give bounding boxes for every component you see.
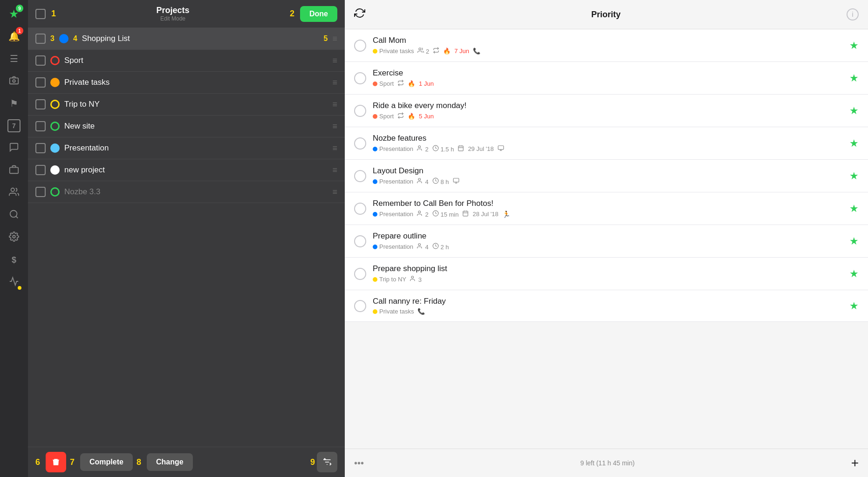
task-star-ride-bike[interactable]: ★ bbox=[849, 105, 859, 117]
task-item-prepare-outline[interactable]: Prepare outline Presentation 4 2 h bbox=[345, 225, 868, 258]
sort-button[interactable] bbox=[317, 452, 337, 472]
task-circle-prepare-outline[interactable] bbox=[354, 235, 366, 247]
refresh-icon[interactable] bbox=[354, 7, 365, 21]
task-star-call-mom[interactable]: ★ bbox=[849, 40, 859, 52]
done-button[interactable]: Done bbox=[300, 6, 337, 22]
drag-handle-private-tasks[interactable]: ≡ bbox=[332, 78, 337, 88]
project-name-new-project: new project bbox=[64, 165, 328, 175]
select-all-checkbox[interactable] bbox=[35, 9, 46, 19]
star-badge: 9 bbox=[16, 5, 23, 12]
delete-button[interactable] bbox=[46, 452, 66, 472]
project-item-sport[interactable]: Sport ≡ bbox=[28, 50, 345, 72]
project-checkbox-nozbe33[interactable] bbox=[35, 187, 46, 197]
task-star-prepare-shopping[interactable]: ★ bbox=[849, 268, 859, 280]
task-item-call-ben[interactable]: Remember to Call Ben for Photos! Present… bbox=[345, 192, 868, 225]
meta-date-call-ben: 28 Jul '18 bbox=[472, 211, 498, 218]
sidebar-item-megaphone[interactable] bbox=[4, 272, 24, 293]
meta-time-nozbe-features: 1.5 h bbox=[432, 145, 454, 153]
task-content-nozbe-features: Nozbe features Presentation 2 1.5 h bbox=[373, 134, 843, 153]
task-circle-call-nanny[interactable] bbox=[354, 300, 366, 312]
sidebar-item-inbox[interactable]: 🔔 1 bbox=[4, 26, 24, 47]
sidebar-item-briefcase[interactable] bbox=[4, 160, 24, 181]
task-circle-prepare-shopping[interactable] bbox=[354, 268, 366, 280]
sidebar-item-camera[interactable] bbox=[4, 71, 24, 91]
drag-handle-new-project[interactable]: ≡ bbox=[332, 165, 337, 175]
task-star-layout-design[interactable]: ★ bbox=[849, 170, 859, 182]
sidebar-item-team[interactable] bbox=[4, 183, 24, 203]
task-item-prepare-shopping[interactable]: Prepare shopping list Trip to NY 3 ★ bbox=[345, 258, 868, 290]
task-name-call-ben: Remember to Call Ben for Photos! bbox=[373, 199, 843, 208]
project-checkbox-trip-to-ny[interactable] bbox=[35, 99, 46, 109]
task-star-nozbe-features[interactable]: ★ bbox=[849, 137, 859, 150]
project-name-new-site: New site bbox=[64, 122, 328, 131]
project-checkbox-presentation[interactable] bbox=[35, 143, 46, 153]
task-circle-ride-bike[interactable] bbox=[354, 105, 366, 117]
task-item-nozbe-features[interactable]: Nozbe features Presentation 2 1.5 h bbox=[345, 127, 868, 160]
project-checkbox-private-tasks[interactable] bbox=[35, 77, 46, 88]
meta-people-call-ben: 2 bbox=[417, 210, 429, 218]
task-circle-call-ben[interactable] bbox=[354, 203, 366, 215]
meta-label-layout-design: Presentation bbox=[379, 178, 413, 185]
svg-rect-13 bbox=[453, 178, 459, 182]
sidebar-item-chat[interactable] bbox=[4, 138, 24, 158]
task-item-layout-design[interactable]: Layout Design Presentation 4 8 h bbox=[345, 160, 868, 192]
drag-handle-presentation[interactable]: ≡ bbox=[332, 143, 337, 153]
project-checkbox-new-project[interactable] bbox=[35, 165, 46, 175]
task-item-ride-bike[interactable]: Ride a bike every monday! Sport 🔥 5 Jun … bbox=[345, 95, 868, 127]
project-checkbox-shopping-list[interactable] bbox=[35, 34, 46, 44]
add-task-button[interactable]: + bbox=[851, 456, 859, 470]
task-star-exercise[interactable]: ★ bbox=[849, 72, 859, 84]
project-item-shopping-list[interactable]: 3 4 Shopping List 5 ≡ bbox=[28, 28, 345, 50]
drag-handle-shopping-list[interactable]: ≡ bbox=[332, 34, 337, 44]
drag-handle-nozbe33[interactable]: ≡ bbox=[332, 187, 337, 197]
project-item-trip-to-ny[interactable]: Trip to NY ≡ bbox=[28, 94, 345, 116]
task-star-call-nanny[interactable]: ★ bbox=[849, 300, 859, 312]
project-item-new-site[interactable]: New site ≡ bbox=[28, 116, 345, 137]
footer-dots[interactable]: ••• bbox=[354, 458, 364, 469]
sidebar-item-calendar[interactable]: 7 bbox=[4, 116, 24, 136]
svg-point-7 bbox=[418, 146, 421, 148]
project-checkbox-sport[interactable] bbox=[35, 55, 46, 66]
info-icon[interactable]: i bbox=[847, 8, 859, 20]
task-content-layout-design: Layout Design Presentation 4 8 h bbox=[373, 166, 843, 185]
priority-list: Call Mom Private tasks 2 🔥 7 Jun bbox=[345, 29, 868, 449]
complete-button[interactable]: Complete bbox=[80, 453, 133, 471]
task-name-prepare-shopping: Prepare shopping list bbox=[373, 264, 843, 273]
meta-dot-prepare-shopping bbox=[373, 277, 377, 282]
priority-footer: ••• 9 left (11 h 45 min) + bbox=[345, 449, 868, 477]
meta-label-prepare-outline: Presentation bbox=[379, 243, 413, 250]
project-item-presentation[interactable]: Presentation ≡ bbox=[28, 137, 345, 159]
project-item-new-project[interactable]: new project ≡ bbox=[28, 159, 345, 181]
task-circle-exercise[interactable] bbox=[354, 72, 366, 84]
sidebar-item-list[interactable]: ☰ bbox=[4, 48, 24, 69]
drag-handle-new-site[interactable]: ≡ bbox=[332, 122, 337, 131]
sidebar-item-flag[interactable]: ⚑ bbox=[4, 93, 24, 114]
change-button[interactable]: Change bbox=[147, 453, 193, 471]
project-dot-presentation bbox=[50, 143, 60, 153]
sidebar-item-star[interactable]: ★ 9 bbox=[4, 4, 24, 24]
project-item-nozbe33[interactable]: Nozbe 3.3 ≡ bbox=[28, 181, 345, 203]
task-item-call-mom[interactable]: Call Mom Private tasks 2 🔥 7 Jun bbox=[345, 29, 868, 62]
sidebar-item-search[interactable] bbox=[4, 205, 24, 225]
svg-point-5 bbox=[13, 235, 15, 238]
project-checkbox-new-site[interactable] bbox=[35, 121, 46, 131]
task-item-call-nanny[interactable]: Call nanny re: Friday Private tasks 📞 ★ bbox=[345, 290, 868, 322]
task-circle-nozbe-features[interactable] bbox=[354, 137, 366, 150]
task-meta-exercise: Sport 🔥 1 Jun bbox=[373, 80, 843, 88]
meta-project-call-nanny: Private tasks bbox=[373, 308, 414, 315]
task-content-call-mom: Call Mom Private tasks 2 🔥 7 Jun bbox=[373, 36, 843, 55]
task-star-prepare-outline[interactable]: ★ bbox=[849, 235, 859, 247]
task-item-exercise[interactable]: Exercise Sport 🔥 1 Jun ★ bbox=[345, 62, 868, 95]
meta-people-layout-design: 4 bbox=[417, 177, 429, 185]
settings-icon bbox=[9, 232, 19, 244]
sidebar-item-dollar[interactable]: $ bbox=[4, 250, 24, 270]
svg-point-4 bbox=[10, 210, 17, 217]
project-item-private-tasks[interactable]: Private tasks ≡ bbox=[28, 72, 345, 94]
task-circle-layout-design[interactable] bbox=[354, 170, 366, 182]
task-circle-call-mom[interactable] bbox=[354, 40, 366, 52]
drag-handle-trip-to-ny[interactable]: ≡ bbox=[332, 100, 337, 109]
search-icon bbox=[9, 209, 19, 222]
sidebar-item-settings[interactable] bbox=[4, 227, 24, 248]
task-star-call-ben[interactable]: ★ bbox=[849, 203, 859, 215]
drag-handle-sport[interactable]: ≡ bbox=[332, 56, 337, 66]
